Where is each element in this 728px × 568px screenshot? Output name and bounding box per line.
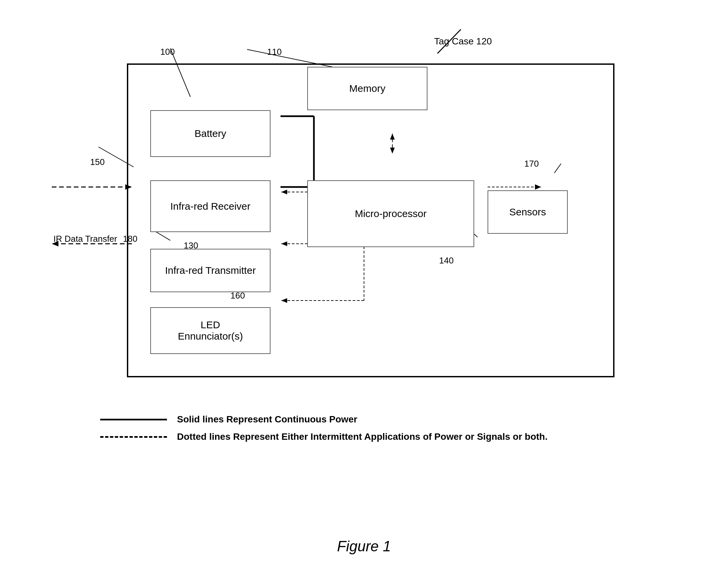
ref-160: 160 <box>230 291 245 301</box>
legend-dashed-line <box>100 436 167 438</box>
legend-area: Solid lines Represent Continuous Power D… <box>100 414 634 449</box>
legend-solid-line <box>100 419 167 420</box>
legend-solid-row: Solid lines Represent Continuous Power <box>100 414 634 425</box>
microprocessor-label: Micro-processor <box>355 208 426 219</box>
sensors-box: Sensors <box>488 190 568 234</box>
figure-caption: Figure 1 <box>0 538 728 555</box>
battery-box: Battery <box>150 110 270 157</box>
memory-label: Memory <box>349 83 385 94</box>
microprocessor-box: Micro-processor <box>307 180 474 247</box>
infrared-receiver-box: Infra-red Receiver <box>150 180 270 232</box>
ref-140: 140 <box>439 255 453 266</box>
page-container: Tag Case 120 100 110 Battery Memory Infr… <box>0 0 728 568</box>
infrared-transmitter-label: Infra-red Transmitter <box>165 265 256 276</box>
infrared-receiver-label: Infra-red Receiver <box>170 201 250 212</box>
led-label: LED Ennunciator(s) <box>178 319 243 342</box>
legend-dashed-text: Dotted lines Represent Either Intermitte… <box>177 431 548 442</box>
legend-solid-text: Solid lines Represent Continuous Power <box>177 414 357 425</box>
ref-170: 170 <box>524 159 539 169</box>
ref-150: 150 <box>90 157 105 167</box>
memory-box: Memory <box>307 67 427 110</box>
ref-110: 110 <box>267 47 282 57</box>
sensors-label: Sensors <box>509 206 546 218</box>
led-box: LED Ennunciator(s) <box>150 307 270 354</box>
diagram-area: Tag Case 120 100 110 Battery Memory Infr… <box>53 27 675 427</box>
legend-dashed-row: Dotted lines Represent Either Intermitte… <box>100 431 634 442</box>
ref-130: 130 <box>184 240 198 251</box>
ir-data-transfer-label: IR Data Transfer 180 <box>53 234 137 244</box>
battery-label: Battery <box>194 128 226 139</box>
tag-case-label: Tag Case 120 <box>434 36 492 47</box>
ref-100: 100 <box>160 47 175 57</box>
infrared-transmitter-box: Infra-red Transmitter <box>150 249 270 292</box>
